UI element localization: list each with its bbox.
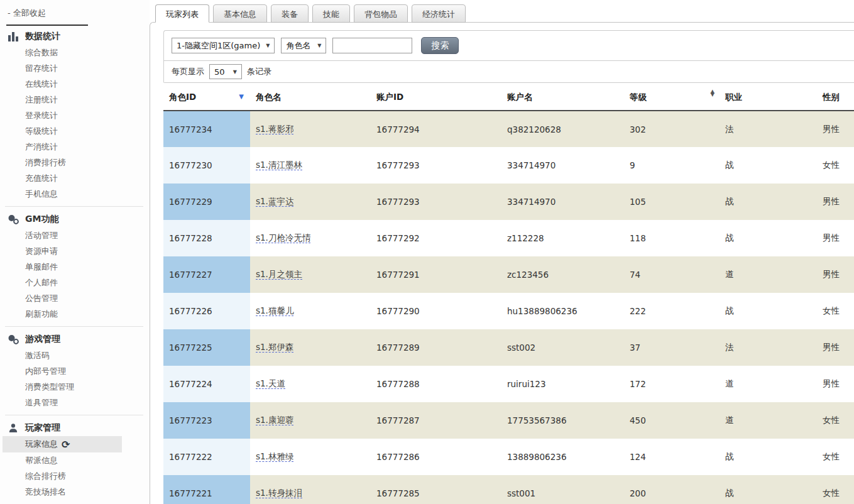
sidebar-item[interactable]: 充值统计	[0, 170, 150, 186]
table-cell: 16777288	[371, 366, 501, 402]
column-header[interactable]: 职业	[720, 85, 817, 111]
sidebar-section-head-player-management[interactable]: 玩家管理	[0, 420, 150, 436]
table-cell: hu13889806236	[501, 293, 624, 329]
column-header[interactable]: 等级▲▼	[624, 85, 720, 111]
sidebar-item[interactable]: 资源申请	[0, 243, 150, 259]
table-cell: 战	[720, 293, 817, 329]
sidebar-section-head-gm-functions[interactable]: GM功能	[0, 211, 150, 227]
divider	[5, 326, 143, 327]
sidebar-item[interactable]: 活动管理	[0, 227, 150, 243]
sidebar-item[interactable]: 在线统计	[0, 76, 150, 92]
table-cell: 334714970	[501, 147, 624, 184]
table-cell: 16777234	[163, 111, 250, 147]
sidebar-item-label: 个人邮件	[25, 278, 58, 287]
table-row: 16777225s1.郑伊森16777289sst00237法男性	[163, 329, 854, 366]
column-header[interactable]: 账户名	[501, 85, 624, 111]
sidebar-item[interactable]: 玩家信息⟳	[3, 436, 122, 452]
table-row: 16777224s1.天道16777288ruirui123172道男性	[163, 366, 854, 402]
tab-bag-items[interactable]: 背包物品	[354, 4, 408, 23]
sidebar-section-head-game-management[interactable]: 游戏管理	[0, 331, 150, 348]
char-name-link[interactable]: s1.康迎蓉	[256, 415, 293, 425]
table-cell: 16777289	[371, 329, 501, 366]
sidebar-item[interactable]: 帮派信息	[0, 452, 150, 468]
sidebar-item-label: 激活码	[25, 351, 50, 360]
sort-desc-icon: ▼	[239, 93, 244, 100]
sort-both-icon: ▲▼	[710, 90, 714, 97]
sidebar-item[interactable]: 等级统计	[0, 123, 150, 139]
table-header-row: 角色ID▼角色名账户ID账户名等级▲▼职业性别	[163, 85, 854, 111]
char-name-link[interactable]: s1.天道	[256, 378, 285, 389]
collapse-all-button[interactable]: - 全部收起	[0, 6, 150, 19]
column-header-label: 性别	[823, 92, 840, 102]
sidebar-item[interactable]: 刷新功能	[0, 306, 150, 322]
sidebar-item[interactable]: 留存统计	[0, 60, 150, 76]
table-cell: 法	[720, 329, 817, 366]
table-cell: 女性	[817, 293, 854, 329]
table-cell: 16777226	[163, 293, 250, 329]
sidebar-item[interactable]: 综合排行榜	[0, 468, 150, 484]
sidebar-item[interactable]: 消费排行榜	[0, 155, 150, 170]
tab-player-list[interactable]: 玩家列表	[155, 4, 209, 23]
sidebar-section-title: GM功能	[25, 214, 58, 225]
char-name-link[interactable]: s1.蓝宇达	[256, 196, 293, 207]
sidebar-item[interactable]: 单服邮件	[0, 259, 150, 275]
sidebar-item[interactable]: 注册统计	[0, 92, 150, 107]
table-cell: 战	[720, 184, 817, 220]
table-row: 16777223s1.康迎蓉1677728717753567386450道女性	[163, 402, 854, 439]
table-cell: zc123456	[501, 256, 624, 293]
tab-basic-info[interactable]: 基本信息	[213, 4, 267, 23]
sidebar-item[interactable]: 产消统计	[0, 139, 150, 155]
table-row: 16777230s1.清江墨林167772933347149709战女性	[163, 147, 854, 184]
sidebar-item[interactable]: 综合数据	[0, 45, 150, 60]
char-name-link[interactable]: s1.蒋影邪	[256, 124, 293, 134]
search-input[interactable]	[332, 38, 412, 53]
server-select-value: 1-隐藏空间1区(game)	[177, 40, 260, 52]
column-header[interactable]: 角色名	[250, 85, 371, 111]
tab-equipment[interactable]: 装备	[271, 4, 309, 23]
char-name-link[interactable]: s1.转身抹泪	[256, 488, 302, 498]
sidebar-item[interactable]: 消费类型管理	[0, 379, 150, 395]
char-name-link[interactable]: s1.郑伊森	[256, 342, 293, 353]
column-header-label: 角色名	[256, 92, 282, 102]
sidebar-item[interactable]: 道具管理	[0, 395, 150, 410]
search-field-select[interactable]: 角色名 ▼	[281, 38, 326, 53]
table-cell: ruirui123	[501, 366, 624, 402]
per-page-select[interactable]: 50 ▼	[209, 64, 242, 79]
char-name-link[interactable]: s1.刀枪冷无情	[256, 233, 310, 243]
char-name-link[interactable]: s1.林雅绿	[256, 451, 293, 462]
sidebar-item[interactable]: 登录统计	[0, 107, 150, 123]
char-name-link[interactable]: s1.猫馨儿	[256, 305, 293, 316]
chevron-down-icon: ▼	[266, 43, 270, 48]
table-row: 16777227s1.月之领主16777291zc12345674道男性	[163, 256, 854, 293]
table-cell: s1.天道	[250, 366, 371, 402]
column-header[interactable]: 性别	[817, 85, 854, 111]
search-button[interactable]: 搜索	[421, 37, 459, 54]
table-cell: 334714970	[501, 184, 624, 220]
tab-economy-stats[interactable]: 经济统计	[412, 4, 466, 23]
sidebar-item[interactable]: 手机信息	[0, 186, 150, 202]
char-name-link[interactable]: s1.清江墨林	[256, 160, 302, 170]
sidebar-item[interactable]: 激活码	[0, 348, 150, 363]
refresh-icon[interactable]: ⟳	[62, 440, 70, 449]
table-cell: 女性	[817, 147, 854, 184]
char-name-link[interactable]: s1.月之领主	[256, 269, 302, 280]
column-header[interactable]: 角色ID▼	[163, 85, 250, 111]
table-cell: s1.蒋影邪	[250, 111, 371, 147]
table-cell: 道	[720, 402, 817, 439]
column-header[interactable]: 账户ID	[371, 85, 501, 111]
table-cell: 16777290	[371, 293, 501, 329]
tab-skills[interactable]: 技能	[312, 4, 350, 23]
sidebar-item-label: 活动管理	[25, 231, 58, 240]
table-cell: 16777293	[371, 147, 501, 184]
table-cell: 战	[720, 220, 817, 256]
sidebar-item[interactable]: 内部号管理	[0, 363, 150, 379]
column-header-label: 账户名	[507, 92, 533, 102]
table-cell: 16777224	[163, 366, 250, 402]
sidebar-item[interactable]: 竞技场排名	[0, 484, 150, 500]
table-cell: 16777293	[371, 184, 501, 220]
sidebar-item[interactable]: 公告管理	[0, 290, 150, 306]
sidebar-item[interactable]: 个人邮件	[0, 275, 150, 290]
sidebar-section-head-data-stats[interactable]: 数据统计	[0, 28, 150, 45]
server-select[interactable]: 1-隐藏空间1区(game) ▼	[172, 38, 275, 53]
table-cell: s1.刀枪冷无情	[250, 220, 371, 256]
